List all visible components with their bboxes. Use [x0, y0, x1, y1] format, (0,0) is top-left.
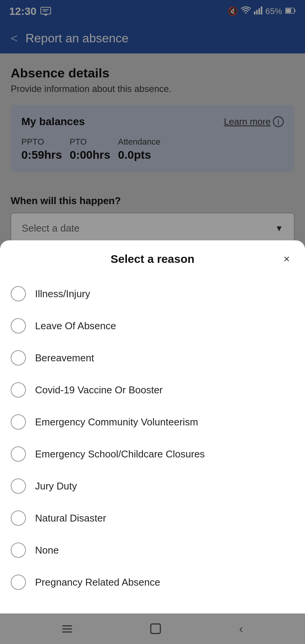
radio-button-covid[interactable]	[11, 382, 26, 398]
radio-button-jury[interactable]	[11, 478, 26, 494]
option-pregnancy[interactable]: Pregnancy Related Absence	[11, 566, 294, 598]
radio-button-pregnancy[interactable]	[11, 575, 26, 590]
close-button[interactable]: ×	[279, 251, 294, 267]
radio-button-leave[interactable]	[11, 318, 26, 333]
option-bereavement[interactable]: Bereavement	[11, 342, 294, 374]
radio-button-none[interactable]	[11, 543, 26, 558]
option-jury-duty[interactable]: Jury Duty	[11, 470, 294, 502]
radio-button-community[interactable]	[11, 414, 26, 430]
modal-title: Select a reason	[111, 253, 194, 266]
modal-header: Select a reason ×	[11, 253, 294, 266]
option-natural-disaster[interactable]: Natural Disaster	[11, 502, 294, 534]
option-illness-injury[interactable]: Illness/Injury	[11, 278, 294, 310]
radio-button-bereavement[interactable]	[11, 350, 26, 365]
option-emergency-community[interactable]: Emergency Community Volunteerism	[11, 406, 294, 438]
option-none[interactable]: None	[11, 534, 294, 566]
radio-button-illness[interactable]	[11, 286, 26, 301]
reason-options-list: Illness/Injury Leave Of Absence Bereavem…	[11, 278, 294, 598]
radio-button-school[interactable]	[11, 446, 26, 462]
option-emergency-school[interactable]: Emergency School/Childcare Closures	[11, 438, 294, 470]
radio-button-disaster[interactable]	[11, 510, 26, 526]
select-reason-modal: Select a reason × Illness/Injury Leave O…	[0, 240, 305, 613]
option-leave-of-absence[interactable]: Leave Of Absence	[11, 310, 294, 342]
option-covid-vaccine[interactable]: Covid-19 Vaccine Or Booster	[11, 374, 294, 406]
